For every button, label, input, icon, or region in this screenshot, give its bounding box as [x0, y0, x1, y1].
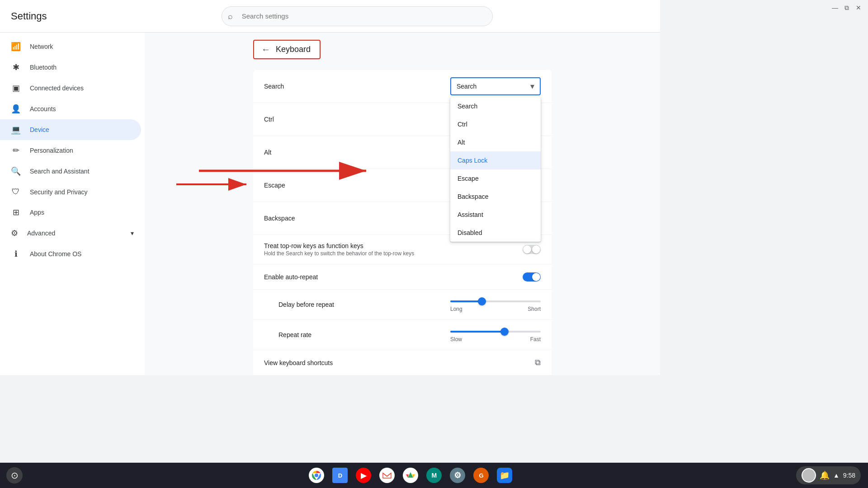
view-shortcuts-label: View keyboard shortcuts	[264, 359, 535, 366]
launcher-icon: ⊙	[6, 467, 23, 483]
repeat-rate-label: Repeat rate	[278, 331, 450, 338]
gmail-app-icon	[379, 468, 395, 483]
chevron-down-icon: ▾	[131, 230, 134, 237]
repeat-rate-min-label: Slow	[450, 336, 462, 343]
delay-repeat-slider-labels: Long Short	[450, 306, 541, 312]
youtube-app-icon: ▶	[356, 468, 371, 483]
taskbar-meet[interactable]: M	[423, 465, 445, 486]
auto-repeat-toggle-wrap	[523, 272, 541, 282]
option-ctrl[interactable]: Ctrl	[450, 115, 541, 133]
auto-repeat-label: Enable auto-repeat	[264, 273, 523, 281]
taskbar-files[interactable]: 📁	[494, 465, 515, 486]
meet-app-icon: M	[426, 468, 442, 483]
taskbar-settings[interactable]: ⚙	[447, 465, 468, 486]
search-key-dropdown-wrapper: Search ▾ Search Ctrl Alt Caps Lock Escap…	[450, 77, 541, 95]
back-arrow-icon: ←	[261, 44, 270, 55]
wifi-icon: 📶	[11, 42, 21, 52]
grammarly-app-icon: G	[473, 468, 489, 483]
option-assistant[interactable]: Assistant	[450, 206, 541, 224]
sidebar-item-advanced[interactable]: ⚙ Advanced ▾	[0, 223, 145, 244]
auto-repeat-row: Enable auto-repeat	[253, 264, 552, 290]
maximize-button[interactable]: ⧉	[843, 4, 851, 12]
sidebar-item-apps[interactable]: ⊞ Apps	[0, 202, 141, 223]
sidebar-item-accounts[interactable]: 👤 Accounts	[0, 99, 141, 119]
taskbar: ⊙ D ▶	[0, 463, 868, 488]
shield-icon: 🛡	[11, 187, 21, 197]
apps-icon: ⊞	[11, 207, 21, 217]
repeat-rate-slider-thumb[interactable]	[500, 328, 509, 336]
taskbar-grammarly[interactable]: G	[470, 465, 492, 486]
sidebar-label-about: About Chrome OS	[30, 250, 81, 258]
red-arrow-annotation	[172, 175, 253, 195]
wifi-status-icon: ▲	[833, 472, 840, 479]
content-inner: ← Keyboard Search Search ▾	[253, 33, 552, 375]
delay-repeat-slider-wrap: Long Short	[450, 297, 541, 312]
sidebar-item-network[interactable]: 📶 Network	[0, 36, 141, 57]
taskbar-youtube[interactable]: ▶	[353, 465, 374, 486]
keyboard-settings-section: Search Search ▾ Search Ctrl Alt	[253, 70, 552, 375]
sidebar: 📶 Network ✱ Bluetooth ▣ Connected device…	[0, 33, 145, 375]
brush-icon: ✏	[11, 145, 21, 155]
sidebar-item-search-assistant[interactable]: 🔍 Search and Assistant	[0, 161, 141, 182]
search-nav-icon: 🔍	[11, 166, 21, 176]
repeat-rate-slider-fill	[450, 331, 505, 333]
alt-key-label: Alt	[264, 149, 450, 156]
sidebar-label-advanced: Advanced	[27, 230, 55, 237]
drive-app-icon	[403, 468, 418, 483]
taskbar-gmail[interactable]	[376, 465, 398, 486]
search-bar: ⌕	[222, 6, 493, 26]
laptop-icon: 💻	[11, 125, 21, 135]
svg-point-8	[381, 469, 393, 482]
sidebar-item-bluetooth[interactable]: ✱ Bluetooth	[0, 57, 141, 78]
option-alt[interactable]: Alt	[450, 133, 541, 151]
function-keys-toggle[interactable]	[523, 245, 541, 254]
settings-header: Settings ⌕	[0, 0, 660, 33]
back-button[interactable]: ← Keyboard	[253, 40, 321, 59]
backspace-key-label: Backspace	[264, 215, 450, 222]
taskbar-docs[interactable]: D	[329, 465, 351, 486]
search-key-dropdown[interactable]: Search ▾	[450, 77, 541, 95]
page-header: ← Keyboard	[253, 33, 552, 66]
sidebar-item-personalization[interactable]: ✏ Personalization	[0, 140, 141, 161]
sidebar-item-about[interactable]: ℹ About Chrome OS	[0, 244, 141, 264]
delay-repeat-slider-thumb[interactable]	[478, 297, 486, 305]
sidebar-item-connected-devices[interactable]: ▣ Connected devices	[0, 78, 141, 99]
external-link-icon: ⧉	[535, 358, 541, 367]
option-search[interactable]: Search	[450, 97, 541, 115]
chrome-app-icon	[309, 468, 324, 483]
option-disabled[interactable]: Disabled	[450, 224, 541, 242]
taskbar-drive[interactable]	[400, 465, 421, 486]
taskbar-right: 🔔 ▲ 9:58	[796, 466, 864, 484]
taskbar-chrome[interactable]	[306, 465, 327, 486]
close-button[interactable]: ✕	[854, 4, 863, 12]
minimize-button[interactable]: —	[831, 4, 839, 12]
search-key-label: Search	[264, 83, 450, 90]
main-content: ← Keyboard Search Search ▾	[145, 33, 660, 375]
sidebar-item-device[interactable]: 💻 Device	[0, 119, 141, 140]
search-input[interactable]	[222, 6, 493, 26]
auto-repeat-toggle[interactable]	[523, 272, 541, 282]
search-icon: ⌕	[228, 11, 233, 21]
option-escape[interactable]: Escape	[450, 169, 541, 188]
sidebar-item-security-privacy[interactable]: 🛡 Security and Privacy	[0, 182, 141, 202]
sidebar-label-apps: Apps	[30, 209, 44, 216]
sidebar-label-security-privacy: Security and Privacy	[30, 188, 88, 196]
files-app-icon: 📁	[497, 468, 512, 483]
delay-repeat-label: Delay before repeat	[278, 301, 450, 308]
clock: 9:58	[843, 472, 855, 479]
sidebar-label-bluetooth: Bluetooth	[30, 64, 57, 71]
sidebar-label-device: Device	[30, 126, 49, 133]
option-backspace[interactable]: Backspace	[450, 188, 541, 206]
view-shortcuts-row[interactable]: View keyboard shortcuts ⧉	[253, 350, 552, 375]
page-title: Keyboard	[276, 45, 311, 54]
settings-app: Settings ⌕ 📶 Network ✱ Bluetooth ▣ Conne…	[0, 0, 660, 375]
launcher-button[interactable]: ⊙	[4, 465, 25, 486]
avatar	[802, 468, 816, 483]
option-caps-lock[interactable]: Caps Lock	[450, 151, 541, 169]
sidebar-label-search-assistant: Search and Assistant	[30, 168, 90, 175]
delay-repeat-min-label: Long	[450, 306, 462, 312]
taskbar-system-tray[interactable]: 🔔 ▲ 9:58	[796, 466, 861, 484]
sidebar-label-connected-devices: Connected devices	[30, 84, 84, 92]
delay-repeat-slider-track	[450, 300, 541, 302]
window-controls: — ⧉ ✕	[826, 0, 868, 15]
